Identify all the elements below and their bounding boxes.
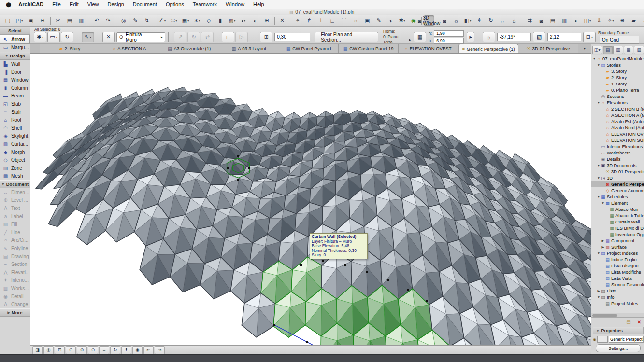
chevron-down-icon[interactable]: ▼ <box>597 101 601 104</box>
toolbox-section-document[interactable]: ▼Document <box>0 180 30 188</box>
brush-tool-button[interactable]: ▱ <box>640 15 644 26</box>
tree-item-lista-vista[interactable]: ▤Lista Vista <box>591 275 644 281</box>
tool-slab[interactable]: ◱Slab <box>0 100 30 108</box>
zoom-out-button[interactable]: ⊖ <box>88 346 98 354</box>
annotate-tool-button[interactable]: ✎ <box>373 15 384 26</box>
paste-button[interactable]: ▥ <box>76 15 86 26</box>
walk-mode-button[interactable]: ↟ <box>474 15 485 26</box>
find-select-button[interactable]: ◎ <box>118 15 129 26</box>
tree-item-elevations[interactable]: ▼⌂Elevations <box>591 99 644 106</box>
new-viewpoint-button[interactable]: ▤ <box>624 319 633 325</box>
guide-lines-button[interactable]: ∠▾ <box>157 15 168 26</box>
tree-item-surface[interactable]: ▶▦Surface <box>591 244 644 250</box>
chevron-down-icon[interactable]: ▼ <box>597 63 601 67</box>
tool-stair[interactable]: ≡Stair <box>0 108 30 116</box>
tree-item-lists[interactable]: ▶▤Lists <box>591 288 644 294</box>
layer-combo[interactable]: ⊙Finitura - Muro▸ <box>116 32 166 42</box>
box-tool-button[interactable]: ▣ <box>362 15 372 26</box>
offset-field[interactable]: 0,30 <box>274 33 310 41</box>
tool-column[interactable]: ▮Column <box>0 84 30 92</box>
toolbox-section-design[interactable]: ▼Design <box>0 52 30 60</box>
grid-tool-button[interactable]: ▦ <box>414 32 426 42</box>
tool-wall[interactable]: ▙Wall <box>0 60 30 68</box>
tool-beam[interactable]: ▬Beam <box>0 92 30 100</box>
publish-button[interactable]: ⇓ <box>594 15 604 26</box>
menu-design[interactable]: Design <box>103 1 129 7</box>
tree-item-info[interactable]: ▼▤Info <box>591 294 644 300</box>
camera-tool-button[interactable]: ◙ <box>439 15 450 26</box>
tree-item-alzato-nord-auto-[interactable]: ⌂Alzato Nord (Auto- <box>591 125 644 131</box>
orient-view-button[interactable]: ↱ <box>304 15 315 26</box>
tree-item-component[interactable]: ▶▦Component <box>591 237 644 244</box>
close-window-button[interactable]: ✕ <box>277 15 287 26</box>
arrow-tool-button[interactable]: ↖▾ <box>82 32 94 42</box>
tree-item-indice-foglio[interactable]: ▤Indice Foglio <box>591 256 644 263</box>
level-tool-button[interactable]: ⊥ <box>315 15 326 26</box>
snap-grid-button[interactable]: ▦▾ <box>180 15 191 26</box>
tree-item-curtain-wall[interactable]: ▦Curtain Wall <box>591 219 644 225</box>
undo-button[interactable]: ↶ <box>91 15 102 26</box>
tree-item-07-exapanelmodule-1-[interactable]: ▼⌂07_exaPanelModule (1) <box>591 56 644 62</box>
chevron-down-icon[interactable]: ▼ <box>601 201 605 205</box>
tree-item-inventario-ogge[interactable]: ▦Inventario Ogge <box>591 231 644 237</box>
chevron-right-icon[interactable]: ▶ <box>601 239 605 243</box>
tree-item-abaco-di-tutte-l[interactable]: ▦Abaco di Tutte l <box>591 212 644 219</box>
snap-guides-button[interactable]: ≍▾ <box>169 15 179 26</box>
tree-item-abaco-muri[interactable]: ▦Abaco Muri <box>591 206 644 212</box>
chevron-down-icon[interactable]: ▼ <box>597 176 601 180</box>
3d-window-button[interactable]: ◙3D Window <box>424 15 434 26</box>
project-map-button[interactable]: ▤ <box>603 46 613 54</box>
home-story-combo[interactable]: 0. Piano Terra▸ <box>383 34 411 45</box>
print-button[interactable]: ⊟ <box>37 15 48 26</box>
menu-options[interactable]: Options <box>161 1 188 7</box>
view-name-field[interactable]: Generic Perspective <box>609 336 644 343</box>
next-zoom-button[interactable]: ⇥ <box>155 346 165 354</box>
apple-menu-icon[interactable]: ⬤ <box>6 2 11 7</box>
pick-up-parameters-button[interactable]: ✎ <box>130 15 141 26</box>
tab-overflow-button[interactable]: ▾ <box>578 44 591 53</box>
size-b-field[interactable]: 6,90 <box>434 38 464 44</box>
copy-button[interactable]: ▤ <box>64 15 75 26</box>
tree-item-stories[interactable]: ▼▤Stories <box>591 62 644 68</box>
clip-tool-button[interactable]: ◑ <box>385 15 396 26</box>
redo-button[interactable]: ↷ <box>103 15 114 26</box>
new-file-button[interactable]: ▢ <box>2 15 13 26</box>
navigator-scrollbar[interactable] <box>591 313 644 317</box>
tab-a3-orizzontale-1-[interactable]: ▤A3 Orizzontale (1) <box>159 44 219 53</box>
tree-item-alzato-est-auto-r[interactable]: ⌂Alzato Est (Auto-r <box>591 118 644 125</box>
magic-wand-button[interactable]: ✧▾ <box>605 15 616 26</box>
chevron-right-icon[interactable]: ▶ <box>601 245 605 249</box>
tab-a-03-3-layout[interactable]: ▥A.03.3 Layout <box>219 44 279 53</box>
open-file-button[interactable]: ◳▾ <box>14 15 25 26</box>
chevron-right-icon[interactable]: ▶ <box>597 289 601 293</box>
copy-settings-button[interactable]: ▤ <box>547 15 558 26</box>
tab-cw-custom-panel-19[interactable]: ▦CW Custom Panel 19 <box>339 44 399 53</box>
orbit-mode-button[interactable]: ↻ <box>486 15 496 26</box>
chevron-down-icon[interactable]: ▼ <box>597 251 601 255</box>
zoom-level-button[interactable]: ⊙ <box>66 346 76 354</box>
delete-button[interactable]: ✕ <box>635 319 644 325</box>
paste-settings-button[interactable]: ▥ <box>559 15 570 26</box>
chevron-down-icon[interactable]: ▼ <box>597 164 601 167</box>
tree-item-sections[interactable]: ◎Sections <box>591 93 644 99</box>
tree-item-worksheets[interactable]: ▱Worksheets <box>591 150 644 156</box>
plane-snap-button[interactable]: ◇ <box>203 15 214 26</box>
corner-tool-button[interactable]: ∟ <box>327 15 338 26</box>
tree-item-element[interactable]: ▼▦Element <box>591 200 644 206</box>
menu-view[interactable]: View <box>83 1 103 7</box>
grid-rotation-button[interactable]: ▧ <box>533 32 545 42</box>
zoom-in-button[interactable]: ⊕ <box>77 346 87 354</box>
publisher-button[interactable]: ▧ <box>634 46 644 54</box>
tab-a-section-a[interactable]: ⌂A SECTION A <box>100 44 160 53</box>
layout-book-button[interactable]: ▦ <box>624 46 634 54</box>
cut-button[interactable]: ✂ <box>53 15 63 26</box>
quick-render-button[interactable]: ◉ <box>408 15 419 26</box>
tree-item-lista-modifiche[interactable]: ▤Lista Modifiche <box>591 269 644 275</box>
menu-archicad[interactable]: ArchiCAD <box>14 1 48 7</box>
angle-field[interactable]: -37,19° <box>497 33 531 41</box>
tool-curtain[interactable]: ▥Curtai... <box>0 140 30 148</box>
tree-item-3d-documents[interactable]: ▼▣3D Documents <box>591 162 644 168</box>
tab-cw-panel-pyramid[interactable]: ▦CW Panel Pyramid <box>279 44 339 53</box>
tree-item-3d[interactable]: ▼◳3D <box>591 175 644 181</box>
menu-teamwork[interactable]: Teamwork <box>188 1 221 7</box>
